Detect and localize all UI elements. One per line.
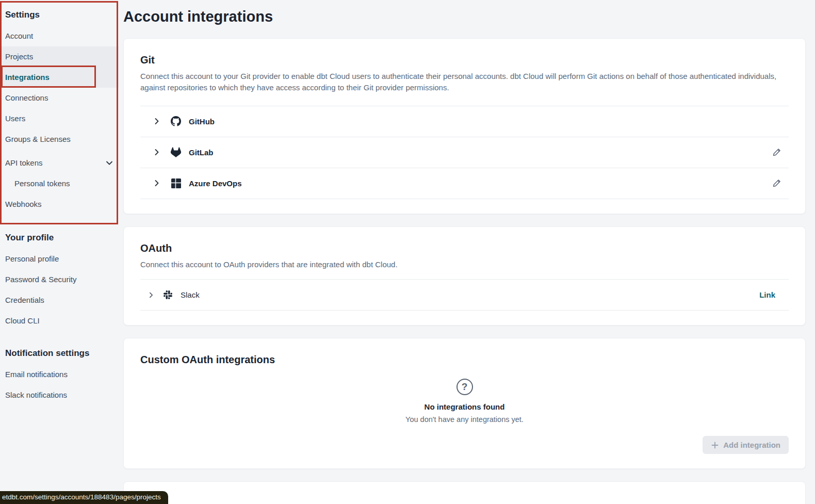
- sidebar-item-cloud-cli[interactable]: Cloud CLI: [0, 311, 119, 331]
- add-integration-button[interactable]: Add integration: [703, 436, 789, 454]
- chevron-right-icon[interactable]: [148, 291, 155, 299]
- edit-pencil-icon[interactable]: [770, 145, 784, 159]
- git-card-title: Git: [140, 53, 789, 67]
- sidebar-item-users[interactable]: Users: [0, 108, 119, 129]
- sidebar-item-credentials[interactable]: Credentials: [0, 290, 119, 311]
- azure-devops-icon: [170, 178, 182, 188]
- oauth-provider-list: Slack Link: [140, 279, 789, 311]
- integration-row-azure-devops[interactable]: Azure DevOps: [140, 168, 789, 199]
- empty-state-text: You don't have any integrations yet.: [140, 415, 789, 424]
- sidebar-item-label: Webhooks: [5, 194, 42, 215]
- git-card-description: Connect this account to your Git provide…: [140, 71, 789, 93]
- sidebar-heading-notification-settings: Notification settings: [0, 345, 119, 364]
- integration-row-slack[interactable]: Slack Link: [140, 280, 789, 311]
- sidebar-item-projects[interactable]: Projects: [0, 46, 119, 67]
- github-icon: [170, 116, 182, 126]
- sidebar-item-personal-tokens[interactable]: Personal tokens: [0, 173, 119, 194]
- sidebar-item-groups-licenses[interactable]: Groups & Licenses: [0, 129, 119, 150]
- integration-row-gitlab[interactable]: GitLab: [140, 137, 789, 168]
- sidebar-item-label: Personal tokens: [14, 173, 70, 194]
- git-provider-list: GitHub GitLab: [140, 106, 789, 199]
- gitlab-icon: [170, 147, 182, 157]
- sidebar-item-label: Cloud CLI: [5, 311, 40, 331]
- integration-label: GitHub: [189, 117, 215, 126]
- sidebar-item-label: Users: [5, 108, 25, 129]
- plus-icon: [711, 441, 719, 449]
- oauth-card: OAuth Connect this account to OAuth prov…: [123, 226, 806, 326]
- sidebar-item-label: Account: [5, 26, 33, 46]
- empty-state: ? No integrations found You don't have a…: [140, 379, 789, 424]
- sidebar-item-label: Integrations: [5, 67, 50, 88]
- sidebar-item-password-security[interactable]: Password & Security: [0, 269, 119, 290]
- sidebar-item-webhooks[interactable]: Webhooks: [0, 194, 119, 215]
- sidebar-item-label: Personal profile: [5, 249, 59, 269]
- sidebar-item-personal-profile[interactable]: Personal profile: [0, 249, 119, 269]
- empty-state-heading: No integrations found: [140, 402, 789, 411]
- chevron-right-icon[interactable]: [153, 117, 161, 125]
- sidebar-item-label: Credentials: [5, 290, 44, 311]
- slack-link-button[interactable]: Link: [759, 290, 775, 299]
- sidebar-item-label: Groups & Licenses: [5, 129, 71, 150]
- settings-sidebar: Settings Account Projects Integrations C…: [0, 0, 119, 504]
- sidebar-item-label: Projects: [5, 46, 33, 67]
- sidebar-item-api-tokens[interactable]: API tokens: [0, 153, 119, 173]
- integration-label: Slack: [181, 290, 200, 299]
- chevron-right-icon[interactable]: [153, 179, 161, 187]
- oauth-card-description: Connect this account to OAuth providers …: [140, 259, 789, 270]
- integration-label: Azure DevOps: [189, 179, 242, 188]
- custom-oauth-card-title: Custom OAuth integrations: [140, 353, 789, 366]
- sidebar-item-account[interactable]: Account: [0, 26, 119, 46]
- git-card: Git Connect this account to your Git pro…: [123, 38, 806, 214]
- main-content: Account integrations Git Connect this ac…: [123, 7, 815, 504]
- sidebar-item-connections[interactable]: Connections: [0, 88, 119, 108]
- status-bar-url: etdbt.com/settings/accounts/188483/pages…: [0, 491, 168, 504]
- sidebar-item-label: API tokens: [5, 153, 43, 173]
- custom-oauth-card: Custom OAuth integrations ? No integrati…: [123, 338, 806, 469]
- sidebar-heading-your-profile: Your profile: [0, 229, 119, 249]
- partial-card: [123, 481, 806, 504]
- page-title: Account integrations: [123, 7, 806, 26]
- sidebar-item-integrations[interactable]: Integrations: [0, 67, 119, 88]
- sidebar-item-label: Password & Security: [5, 269, 76, 290]
- integration-row-github[interactable]: GitHub: [140, 106, 789, 137]
- sidebar-item-slack-notifications[interactable]: Slack notifications: [0, 385, 119, 405]
- chevron-right-icon[interactable]: [153, 148, 161, 156]
- edit-pencil-icon[interactable]: [770, 176, 784, 190]
- slack-icon: [162, 290, 173, 299]
- sidebar-item-label: Connections: [5, 88, 48, 108]
- chevron-down-icon: [105, 159, 113, 167]
- sidebar-item-label: Email notifications: [5, 364, 68, 385]
- question-mark-icon: ?: [457, 379, 473, 395]
- oauth-card-title: OAuth: [140, 241, 789, 255]
- sidebar-heading-settings: Settings: [0, 6, 119, 26]
- sidebar-item-email-notifications[interactable]: Email notifications: [0, 364, 119, 385]
- integration-label: GitLab: [189, 148, 214, 157]
- add-integration-label: Add integration: [723, 441, 780, 449]
- sidebar-item-label: Slack notifications: [5, 385, 67, 405]
